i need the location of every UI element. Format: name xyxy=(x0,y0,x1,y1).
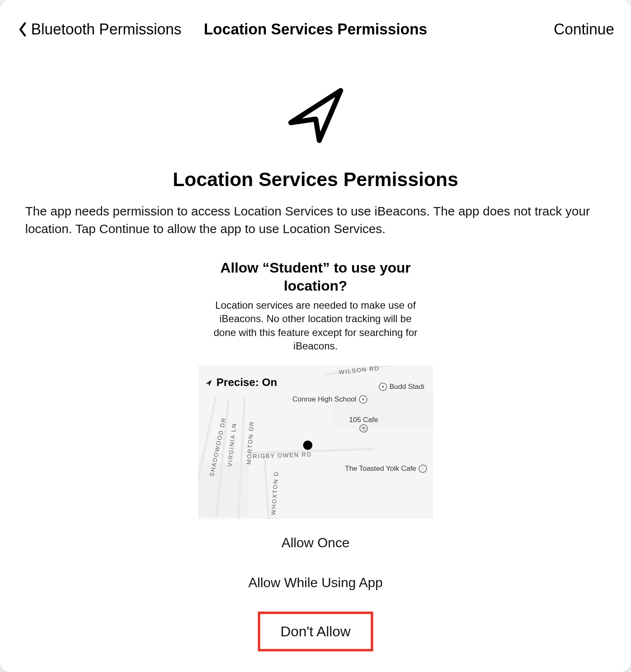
alert-title: Allow “Student” to use your location? xyxy=(198,259,433,294)
poi-label: Conroe High School xyxy=(293,396,356,403)
hero: Location Services Permissions The app ne… xyxy=(17,80,614,238)
back-label: Bluetooth Permissions xyxy=(31,21,181,38)
poi-toasted-yolk: The Toasted Yolk Cafe 🍴 xyxy=(345,465,427,473)
precise-label: Precise: On xyxy=(217,376,278,389)
poi-marker-icon: 🍴 xyxy=(419,465,427,473)
page-title: Location Services Permissions xyxy=(204,21,427,38)
poi-budd-stadium: ✦ Budd Stadi xyxy=(379,383,424,391)
allow-once-button[interactable]: Allow Once xyxy=(272,532,360,554)
poi-marker-icon: ✦ xyxy=(359,395,367,404)
poi-conroe-high: Conroe High School ✦ xyxy=(293,395,367,404)
precise-toggle[interactable]: Precise: On xyxy=(204,376,278,389)
allow-while-using-button[interactable]: Allow While Using App xyxy=(238,572,393,594)
poi-label: Budd Stadi xyxy=(390,383,424,391)
alert-body: Location services are needed to make use… xyxy=(198,299,433,353)
user-location-dot xyxy=(303,441,312,450)
location-arrow-small-icon xyxy=(204,378,213,387)
alert-options: Allow Once Allow While Using App Don't A… xyxy=(198,532,433,651)
hero-description: The app needs permission to access Locat… xyxy=(17,202,614,238)
location-arrow-icon xyxy=(17,80,614,151)
chevron-left-icon xyxy=(17,21,29,38)
poi-105-cafe: 105 Cafe ☕ xyxy=(349,416,378,433)
screen: Bluetooth Permissions Location Services … xyxy=(0,0,631,672)
back-button[interactable]: Bluetooth Permissions xyxy=(17,21,181,38)
navbar: Bluetooth Permissions Location Services … xyxy=(17,17,614,42)
location-alert: Allow “Student” to use your location? Lo… xyxy=(198,259,433,651)
dont-allow-button[interactable]: Don't Allow xyxy=(258,612,373,651)
continue-button[interactable]: Continue xyxy=(554,21,614,38)
hero-title: Location Services Permissions xyxy=(17,168,614,191)
poi-label: The Toasted Yolk Cafe xyxy=(345,465,416,472)
map-preview: WILSON RD RIGBY OWEN RD SHADOWOOD DR VIR… xyxy=(198,366,433,519)
poi-marker-icon: ☕ xyxy=(359,424,368,433)
poi-label: 105 Cafe xyxy=(349,416,378,424)
poi-marker-icon: ✦ xyxy=(379,383,387,391)
